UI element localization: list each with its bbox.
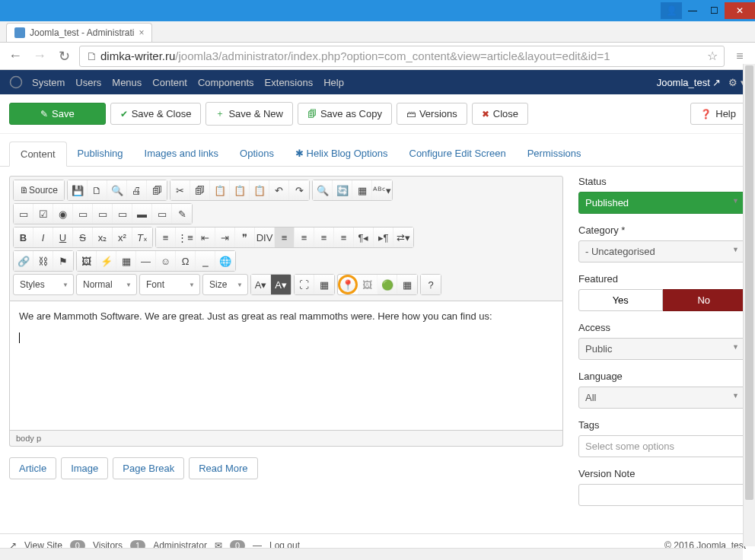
horizontal-scrollbar[interactable]: [0, 548, 743, 557]
versions-button[interactable]: 🗃Versions: [397, 103, 467, 125]
reload-button[interactable]: ↻: [55, 47, 73, 65]
replace-icon[interactable]: 🔄: [333, 180, 352, 200]
tab-options[interactable]: Options: [229, 142, 285, 166]
tab-close-icon[interactable]: ×: [139, 27, 144, 38]
textfield-icon[interactable]: ▭: [73, 204, 93, 224]
save-copy-button[interactable]: 🗐Save as Copy: [298, 103, 392, 125]
menu-extensions[interactable]: Extensions: [265, 77, 314, 88]
redo-icon[interactable]: ↷: [289, 180, 309, 200]
table-icon[interactable]: ▦: [116, 251, 136, 271]
outdent-icon[interactable]: ⇤: [196, 228, 215, 247]
templates-icon[interactable]: 🗐: [147, 180, 167, 200]
indent-icon[interactable]: ⇥: [215, 228, 235, 247]
googlemap-icon[interactable]: 📍: [338, 275, 358, 294]
window-close-button[interactable]: ✕: [725, 2, 755, 19]
menu-help[interactable]: Help: [323, 77, 344, 88]
checkbox-icon[interactable]: ☑: [33, 204, 53, 224]
joomla-icon[interactable]: 🟢: [378, 275, 397, 294]
paste-icon[interactable]: 📋: [210, 180, 230, 200]
subscript-icon[interactable]: x₂: [93, 228, 113, 247]
image-button[interactable]: Image: [61, 457, 108, 479]
undo-icon[interactable]: ↶: [269, 180, 289, 200]
tab-permissions[interactable]: Permissions: [517, 142, 592, 166]
iframe-icon[interactable]: 🌐: [215, 251, 235, 271]
form-icon[interactable]: ▭: [14, 204, 33, 224]
browser-menu-icon[interactable]: ≡: [731, 47, 749, 65]
ltr-icon[interactable]: ¶◂: [354, 228, 374, 247]
minimize-button[interactable]: —: [682, 2, 703, 19]
bgcolor-icon[interactable]: A▾: [271, 275, 291, 294]
close-button[interactable]: ✖Close: [472, 103, 528, 125]
source-button[interactable]: 🗎 Source: [14, 180, 64, 200]
align-right-icon[interactable]: ≡: [314, 228, 334, 247]
editor-content[interactable]: We are Mammoth Software. We are great. J…: [9, 301, 563, 431]
user-icon[interactable]: 👤: [661, 2, 682, 19]
anchor-icon[interactable]: ⚑: [53, 251, 73, 271]
numberedlist-icon[interactable]: ≡: [156, 228, 176, 247]
menu-menus[interactable]: Menus: [112, 77, 142, 88]
newpage-icon[interactable]: 🗋: [88, 180, 107, 200]
textarea-icon[interactable]: ▭: [93, 204, 113, 224]
italic-icon[interactable]: I: [33, 228, 53, 247]
pagebreak-icon[interactable]: ⎯: [196, 251, 215, 271]
imagebutton-icon[interactable]: ▭: [152, 204, 172, 224]
about-icon[interactable]: ?: [421, 275, 441, 294]
access-select[interactable]: Public: [578, 338, 746, 360]
paste-word-icon[interactable]: 📋: [250, 180, 269, 200]
format-select[interactable]: Normal: [76, 274, 137, 295]
strike-icon[interactable]: S: [73, 228, 93, 247]
copy-icon[interactable]: 🗐: [190, 180, 210, 200]
font-select[interactable]: Font: [139, 274, 200, 295]
preview-icon[interactable]: 🔍: [107, 180, 127, 200]
url-input[interactable]: 🗋 dimka-writer.ru/joomla3/administrator/…: [79, 46, 725, 67]
language-icon[interactable]: ⇄▾: [393, 228, 413, 247]
print-icon[interactable]: 🖨: [127, 180, 147, 200]
showblocks-icon[interactable]: ▦: [314, 275, 334, 294]
media-icon[interactable]: 🖼: [358, 275, 378, 294]
version-input[interactable]: [578, 484, 746, 506]
tab-publishing[interactable]: Publishing: [67, 142, 134, 166]
save-new-button[interactable]: ＋Save & New: [205, 102, 293, 126]
textcolor-icon[interactable]: A▾: [251, 275, 271, 294]
align-center-icon[interactable]: ≡: [295, 228, 314, 247]
status-select[interactable]: Published: [578, 192, 746, 214]
save-close-button[interactable]: ✔Save & Close: [110, 103, 202, 125]
select-icon[interactable]: ▭: [113, 204, 132, 224]
smiley-icon[interactable]: ☺: [156, 251, 176, 271]
hidden-icon[interactable]: ✎: [172, 204, 192, 224]
forward-button[interactable]: →: [30, 47, 49, 65]
underline-icon[interactable]: U: [53, 228, 73, 247]
flash-icon[interactable]: ⚡: [97, 251, 116, 271]
spellcheck-icon[interactable]: ᴬᴮᶜ▾: [372, 180, 392, 200]
menu-content[interactable]: Content: [152, 77, 187, 88]
find-icon[interactable]: 🔍: [313, 180, 333, 200]
tab-configure[interactable]: Configure Edit Screen: [399, 142, 517, 166]
bulletlist-icon[interactable]: ⋮≡: [176, 228, 196, 247]
superscript-icon[interactable]: x²: [113, 228, 132, 247]
language-select[interactable]: All: [578, 387, 746, 409]
hr-icon[interactable]: —: [136, 251, 156, 271]
site-name-link[interactable]: Joomla_test ↗: [657, 77, 722, 88]
tab-images[interactable]: Images and links: [134, 142, 230, 166]
featured-no[interactable]: No: [663, 289, 747, 311]
link-icon[interactable]: 🔗: [14, 251, 33, 271]
tab-content[interactable]: Content: [9, 142, 67, 167]
pagebreak-button[interactable]: Page Break: [113, 457, 184, 479]
removeformat-icon[interactable]: Tₓ: [132, 228, 152, 247]
vertical-scrollbar[interactable]: [743, 64, 755, 546]
selectall-icon[interactable]: ▦: [352, 180, 372, 200]
maximize-icon[interactable]: ⛶: [295, 275, 314, 294]
image-icon[interactable]: 🖼: [77, 251, 97, 271]
button-icon[interactable]: ▬: [132, 204, 152, 224]
align-left-icon[interactable]: ≡: [275, 228, 295, 247]
help-button[interactable]: ❓Help: [690, 103, 746, 125]
tableplugin-icon[interactable]: ▦: [397, 275, 417, 294]
div-icon[interactable]: DIV: [255, 228, 275, 247]
cut-icon[interactable]: ✂: [170, 180, 190, 200]
bookmark-icon[interactable]: ☆: [707, 49, 718, 63]
specialchar-icon[interactable]: Ω: [176, 251, 196, 271]
readmore-button[interactable]: Read More: [189, 457, 257, 479]
unlink-icon[interactable]: ⛓: [33, 251, 53, 271]
styles-select[interactable]: Styles: [13, 274, 74, 295]
paste-text-icon[interactable]: 📋: [230, 180, 250, 200]
